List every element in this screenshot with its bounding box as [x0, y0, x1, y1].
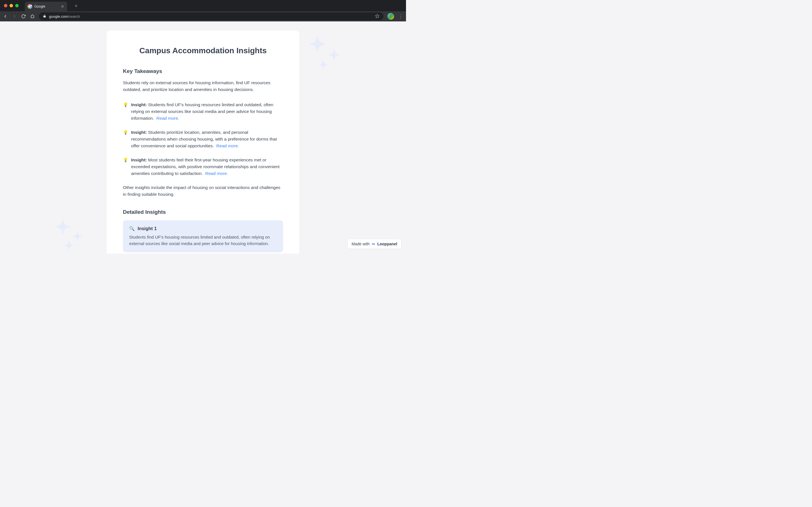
sparkle-decoration-left — [48, 214, 90, 253]
minimize-window-button[interactable] — [10, 4, 13, 7]
tab-strip: Google ✕ ＋ — [0, 0, 406, 11]
detail-card-body: Students find UF's housing resources lim… — [129, 234, 277, 247]
content-card: Campus Accommodation Insights Key Takeaw… — [107, 31, 299, 253]
new-tab-button[interactable]: ＋ — [72, 2, 80, 10]
lock-icon — [43, 14, 46, 18]
insight-label: Insight: — [131, 130, 147, 135]
insight-body: Insight: Students prioritize location, a… — [131, 129, 283, 149]
detail-insight-card: 🔍 Insight 1 Students find UF's housing r… — [123, 220, 283, 252]
overflow-menu-icon[interactable]: ⋮ — [398, 13, 403, 19]
reload-button[interactable] — [21, 14, 26, 19]
browser-tab[interactable]: Google ✕ — [25, 2, 67, 11]
insight-body: Insight: Students find UF's housing reso… — [131, 101, 283, 122]
summary-text: Students rely on external sources for ho… — [123, 79, 283, 93]
profile-avatar[interactable] — [388, 13, 394, 20]
insight-item: 💡 Insight: Most students feel their firs… — [123, 157, 283, 177]
detail-card-header: 🔍 Insight 1 — [129, 226, 277, 231]
detailed-insights-heading: Detailed Insights — [123, 209, 283, 215]
address-bar[interactable]: google.com/search — [39, 12, 384, 20]
url-host: google.com — [49, 14, 68, 18]
magnifier-icon: 🔍 — [129, 226, 135, 231]
insight-body: Insight: Most students feel their first-… — [131, 157, 283, 177]
insight-text: Students find UF's housing resources lim… — [131, 102, 273, 121]
maximize-window-button[interactable] — [15, 4, 18, 7]
infinity-icon: ∞ — [372, 241, 375, 246]
made-with-prefix: Made with — [352, 242, 370, 246]
lightbulb-icon: 💡 — [123, 157, 128, 177]
tab-title: Google — [35, 4, 59, 8]
close-window-button[interactable] — [4, 4, 7, 7]
forward-button[interactable] — [12, 14, 17, 19]
insight-item: 💡 Insight: Students find UF's housing re… — [123, 101, 283, 122]
page-title: Campus Accommodation Insights — [123, 46, 283, 55]
other-insights-text: Other insights include the impact of hou… — [123, 184, 283, 198]
insight-label: Insight: — [131, 102, 147, 107]
url-text: google.com/search — [49, 14, 80, 18]
svg-marker-1 — [375, 14, 379, 18]
insight-text: Students prioritize location, amenities,… — [131, 130, 277, 148]
detail-card-title: Insight 1 — [138, 226, 157, 231]
home-button[interactable] — [30, 14, 35, 19]
google-favicon — [28, 4, 32, 9]
back-button[interactable] — [3, 14, 8, 19]
url-path: /search — [68, 14, 80, 18]
close-tab-icon[interactable]: ✕ — [61, 4, 64, 9]
key-takeaways-heading: Key Takeaways — [123, 68, 283, 74]
read-more-link[interactable]: Read more. — [156, 116, 179, 121]
bookmark-icon[interactable] — [375, 14, 379, 19]
made-with-badge[interactable]: Made with ∞ Looppanel — [347, 239, 402, 249]
page-viewport: Campus Accommodation Insights Key Takeaw… — [0, 21, 406, 253]
browser-toolbar: google.com/search ⋮ — [0, 11, 406, 21]
sparkle-decoration-right — [302, 33, 347, 78]
lightbulb-icon: 💡 — [123, 101, 128, 122]
made-with-brand: Looppanel — [377, 242, 397, 246]
insight-label: Insight: — [131, 158, 147, 162]
read-more-link[interactable]: Read more. — [205, 171, 228, 176]
insight-item: 💡 Insight: Students prioritize location,… — [123, 129, 283, 149]
lightbulb-icon: 💡 — [123, 129, 128, 149]
read-more-link[interactable]: Read more. — [216, 144, 239, 148]
window-controls — [0, 4, 18, 7]
